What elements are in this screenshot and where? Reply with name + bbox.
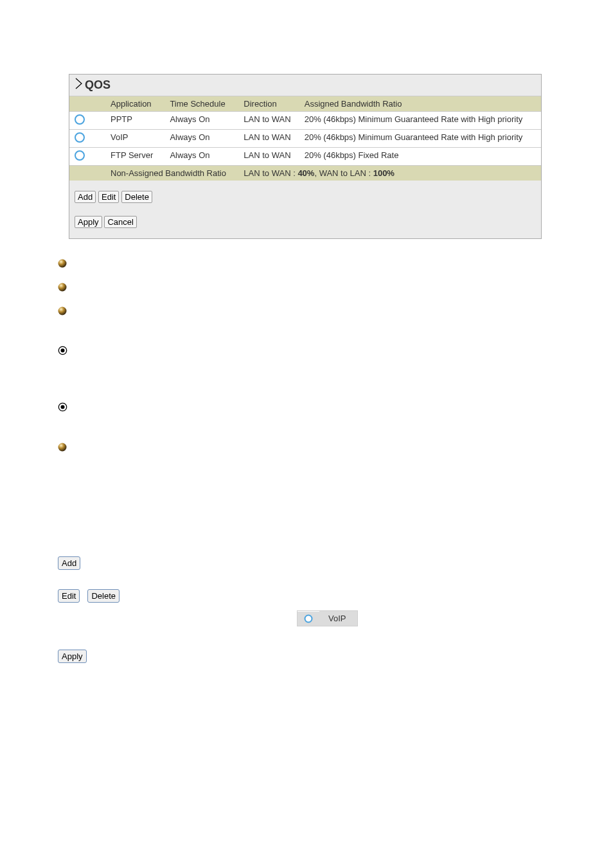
cell-bandwidth: 20% (46kbps) Minimum Guaranteed Rate wit… — [299, 130, 541, 148]
cell-bandwidth: 20% (46kbps) Minimum Guaranteed Rate wit… — [299, 112, 541, 130]
apply-button[interactable]: Apply — [75, 216, 102, 228]
explain-direction-b: There are two settings to be provided in… — [75, 315, 348, 325]
col-direction: Direction — [238, 96, 299, 112]
editdelete-explain-2a: you want to edit/delete from the radio o… — [58, 614, 289, 624]
explanation-section: Application: A name that identifies an e… — [58, 257, 547, 680]
non-assigned-value: LAN to WAN : 40%, WAN to LAN : 100% — [238, 166, 541, 181]
cell-application: FTP Server — [105, 148, 164, 166]
radio-selected-icon — [58, 346, 67, 355]
apply-button-2[interactable]: Apply — [58, 650, 87, 663]
row-radio[interactable] — [75, 114, 85, 125]
radio-selected-icon — [58, 402, 67, 412]
cell-time-schedule: Always On — [164, 112, 238, 130]
delete-button[interactable]: Delete — [121, 191, 152, 203]
cell-time-schedule: Always On — [164, 130, 238, 148]
non-assigned-row: Non-Assigned Bandwidth Ratio LAN to WAN … — [69, 166, 541, 181]
cancel-button[interactable]: Cancel — [104, 216, 136, 228]
cell-direction: LAN to WAN — [238, 130, 299, 148]
apply-explain: : After you have configured the policies… — [94, 650, 547, 670]
arrow-icon — [75, 77, 85, 93]
add-button-2[interactable]: Add — [58, 556, 80, 570]
add-explain: : Press this button to add a new QoS pol… — [88, 558, 262, 569]
explain-lan-wan-b: E.g., you have a FTP server inside the l… — [75, 355, 547, 375]
voip-label: VoIP — [319, 611, 357, 626]
cell-time-schedule: Always On — [164, 148, 238, 166]
edit-button[interactable]: Edit — [98, 191, 119, 203]
radio-empty-icon — [304, 614, 313, 623]
explain-assigned-a: Assigned Bandwidth Ratio: This field sho… — [75, 441, 547, 451]
gold-sphere-bullet-icon — [58, 259, 67, 268]
qos-header: QOS — [69, 75, 541, 96]
voip-radio-cell[interactable]: VoIP — [297, 610, 358, 626]
table-row: VoIP Always On LAN to WAN 20% (46kbps) M… — [69, 130, 541, 148]
non-assigned-label: Non-Assigned Bandwidth Ratio — [105, 166, 238, 181]
cell-application: PPTP — [105, 112, 164, 130]
explain-assigned-b: policy. If WAN connection to internet is… — [75, 451, 547, 472]
cell-direction: LAN to WAN — [238, 148, 299, 166]
explain-wan-lan: LAN to WAN: Control Traffic flow from th… — [75, 401, 547, 421]
explain-time-schedule: Time Schedule: Scheduling your QoS polic… — [75, 281, 306, 291]
svg-point-6 — [61, 405, 65, 409]
col-time-schedule: Time Schedule — [164, 96, 238, 112]
explain-application: Application: A name that identifies an e… — [75, 257, 282, 267]
qos-panel: QOS Application Time Schedule Direction … — [69, 74, 542, 239]
col-bandwidth: Assigned Bandwidth Ratio — [299, 96, 541, 112]
gold-sphere-bullet-icon — [58, 283, 67, 292]
editdelete-explain: : Before using these buttons to edit or … — [127, 591, 436, 601]
col-blank — [69, 96, 105, 112]
row-radio[interactable] — [75, 132, 85, 143]
explain-non-assigned: Non-Assigned Bandwidth Ratio: This field… — [58, 497, 547, 518]
table-row: FTP Server Always On LAN to WAN 20% (46k… — [69, 148, 541, 166]
svg-point-2 — [58, 307, 67, 315]
cell-bandwidth: 20% (46kbps) Fixed Rate — [299, 148, 541, 166]
svg-point-0 — [58, 260, 67, 268]
editdelete-explain-2b: . — [366, 614, 368, 624]
add-button[interactable]: Add — [75, 191, 96, 203]
button-bar: Add Edit Delete Apply Cancel — [69, 181, 541, 238]
qos-table: Application Time Schedule Direction Assi… — [69, 96, 541, 181]
row-radio[interactable] — [75, 150, 85, 161]
svg-point-1 — [58, 283, 67, 292]
explain-lan-wan-a: LAN to WAN: You want to control the traf… — [75, 344, 547, 355]
col-application: Application — [105, 96, 164, 112]
qos-title-text: QOS — [85, 78, 111, 92]
cell-application: VoIP — [105, 130, 164, 148]
svg-point-4 — [61, 349, 65, 353]
edit-button-2[interactable]: Edit — [58, 589, 80, 603]
svg-point-8 — [305, 615, 312, 622]
table-row: PPTP Always On LAN to WAN 20% (46kbps) M… — [69, 112, 541, 130]
cell-direction: LAN to WAN — [238, 112, 299, 130]
svg-point-7 — [58, 443, 67, 452]
explain-direction-a: Direction: The traffic flow direction to… — [75, 305, 348, 315]
delete-button-2[interactable]: Delete — [87, 589, 120, 603]
apply-explain-2: Save Config to Flash in the left windows… — [94, 670, 547, 680]
gold-sphere-bullet-icon — [58, 443, 67, 452]
gold-sphere-bullet-icon — [58, 306, 67, 315]
